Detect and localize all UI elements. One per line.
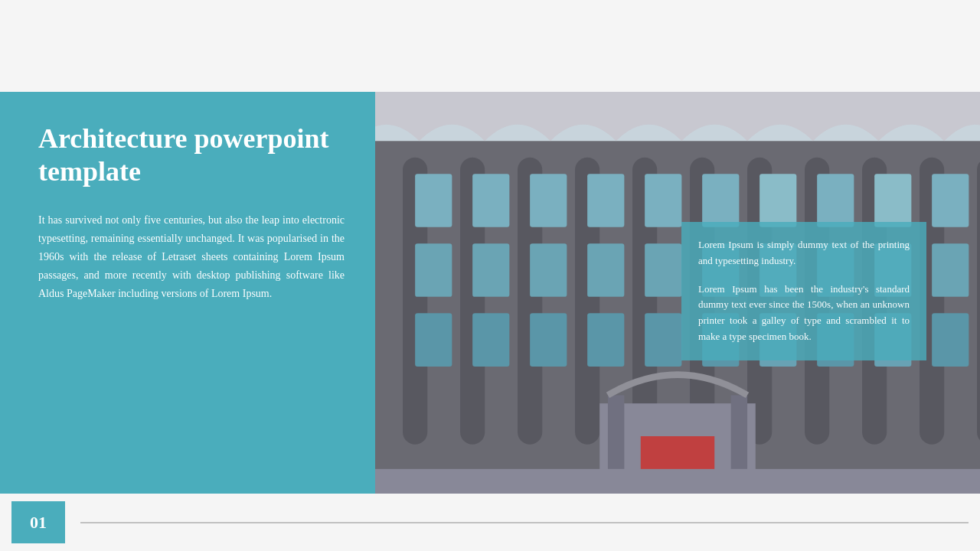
bottom-bar: 01 <box>0 494 980 551</box>
svg-rect-35 <box>472 313 509 367</box>
svg-rect-16 <box>530 174 567 227</box>
svg-rect-21 <box>817 174 854 227</box>
svg-rect-37 <box>587 313 624 367</box>
info-box-paragraph1: Lorem Ipsum is simply dummy text of the … <box>698 237 910 269</box>
svg-rect-28 <box>645 243 681 297</box>
bottom-divider <box>80 522 969 523</box>
page-container: Architecture powerpoint template It has … <box>0 0 980 551</box>
top-bar <box>0 0 980 92</box>
svg-rect-14 <box>415 174 452 227</box>
svg-rect-23 <box>932 174 969 227</box>
svg-rect-26 <box>530 243 567 297</box>
svg-rect-18 <box>645 174 681 227</box>
info-box-paragraph2: Lorem Ipsum has been the industry's stan… <box>698 282 910 345</box>
svg-rect-19 <box>702 174 739 227</box>
left-panel: Architecture powerpoint template It has … <box>0 92 375 494</box>
right-panel: Lorem Ipsum is simply dummy text of the … <box>375 92 980 494</box>
svg-rect-25 <box>472 243 509 297</box>
svg-rect-24 <box>415 243 452 297</box>
svg-rect-27 <box>587 243 624 297</box>
slide-body-text: It has survived not only five centuries,… <box>38 211 345 302</box>
svg-rect-34 <box>415 313 452 367</box>
main-content: Architecture powerpoint template It has … <box>0 92 980 494</box>
svg-rect-33 <box>932 243 969 297</box>
svg-rect-43 <box>932 313 969 367</box>
svg-rect-36 <box>530 313 567 367</box>
svg-rect-13 <box>977 158 980 445</box>
svg-rect-22 <box>874 174 911 227</box>
svg-rect-15 <box>472 174 509 227</box>
svg-rect-17 <box>587 174 624 227</box>
svg-rect-48 <box>375 469 980 494</box>
info-overlay-box: Lorem Ipsum is simply dummy text of the … <box>681 222 926 360</box>
slide-title: Architecture powerpoint template <box>38 122 345 188</box>
page-number: 01 <box>30 513 47 533</box>
page-number-box: 01 <box>11 501 65 543</box>
svg-rect-38 <box>645 313 681 367</box>
svg-rect-20 <box>760 174 796 227</box>
